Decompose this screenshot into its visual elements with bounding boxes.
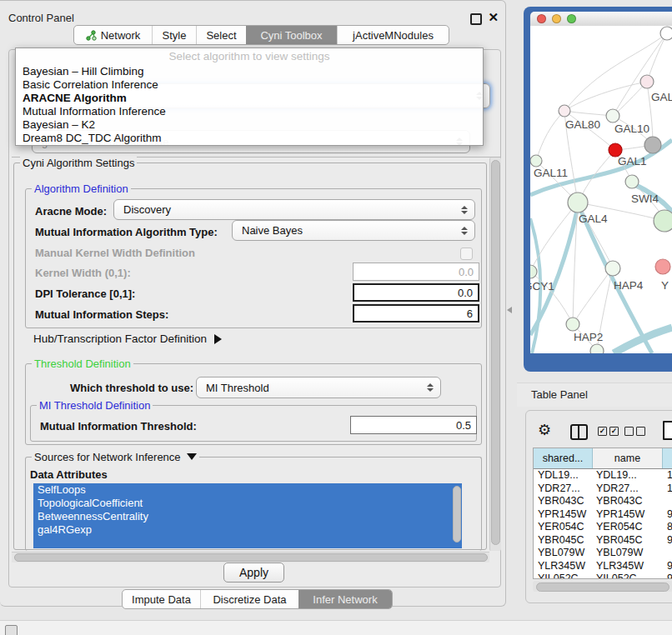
algorithm-menu-item[interactable]: Basic Correlation Inference [16, 78, 483, 92]
network-edge[interactable] [536, 111, 564, 161]
columns-icon[interactable] [570, 424, 588, 440]
table-cell[interactable]: YDL19... [594, 469, 664, 482]
data-attribute-item[interactable]: TopologicalCoefficient [33, 497, 462, 510]
network-node[interactable] [654, 210, 672, 232]
tab-cyni-toolbox[interactable]: Cyni Toolbox [246, 26, 337, 44]
tab-network[interactable]: Network [74, 26, 152, 44]
table-cell[interactable]: 9. [664, 560, 672, 573]
data-attribute-item[interactable]: BetweennessCentrality [33, 510, 462, 523]
hub-definition-toggle[interactable]: Hub/Transcription Factor Definition [33, 332, 222, 345]
table-cell[interactable]: 9. [664, 534, 672, 548]
table-row[interactable]: YPR145WYPR145W9. [534, 508, 672, 522]
dpi-tolerance-field[interactable]: 0.0 [353, 283, 479, 302]
close-traffic-light-icon[interactable] [537, 14, 546, 23]
minimized-panel-icon[interactable] [5, 625, 18, 635]
network-edge[interactable] [613, 82, 647, 116]
table-cell[interactable]: YDL19... [534, 469, 594, 482]
table-cell[interactable]: YER054C [594, 521, 664, 534]
deselect-all-checkboxes-icon[interactable] [624, 427, 645, 436]
tab-infer-network[interactable]: Infer Network [298, 590, 392, 608]
table-cell[interactable]: YER054C [534, 521, 594, 534]
algorithm-menu-item[interactable]: Mutual Information Inference [16, 105, 483, 118]
table-cell[interactable]: YBR043C [534, 495, 594, 508]
table-hscrollbar-thumb[interactable] [536, 582, 669, 592]
table-cell[interactable] [664, 547, 672, 560]
manual-kernel-checkbox[interactable] [460, 248, 473, 260]
table-cell[interactable]: YLR345W [534, 560, 594, 573]
table-row[interactable]: YDR27...YDR27...12 [534, 482, 672, 496]
data-attributes-list[interactable]: SelfLoopsTopologicalCoefficientBetweenne… [33, 483, 462, 548]
network-node[interactable] [625, 175, 639, 188]
network-node[interactable] [605, 261, 620, 276]
data-attribute-item[interactable]: gal4RGexp [33, 523, 462, 537]
aracne-mode-combo[interactable]: Discovery [113, 199, 475, 220]
network-canvas[interactable]: GALGAL80GAL10GAL1GAL11SWI4GAL4GCY1HAP4YH… [530, 26, 672, 353]
splitter-collapse-icon[interactable] [507, 307, 512, 313]
table-row[interactable]: YER054CYER054C8. [534, 521, 672, 534]
table-cell[interactable]: YPR145W [534, 508, 594, 522]
tab-jactivemnodules[interactable]: jActiveMNodules [337, 26, 449, 44]
table-cell[interactable]: YBR045C [594, 534, 664, 548]
tab-select[interactable]: Select [196, 26, 246, 44]
network-node[interactable] [566, 318, 579, 331]
table-row[interactable]: YBR043CYBR043C [534, 495, 672, 508]
float-window-icon[interactable] [470, 13, 482, 25]
algorithm-menu-item[interactable]: ARACNE Algorithm [16, 92, 483, 105]
column-header-name[interactable]: name [593, 448, 663, 468]
table-cell[interactable]: YDR27... [594, 482, 664, 496]
table-row[interactable]: YBL079WYBL079W [534, 547, 672, 560]
minimize-traffic-light-icon[interactable] [552, 14, 561, 23]
data-attribute-item[interactable]: SelfLoops [33, 483, 462, 497]
tab-style[interactable]: Style [152, 26, 196, 44]
table-cell[interactable]: 8. [664, 521, 672, 534]
network-node[interactable] [660, 27, 672, 40]
mi-threshold-field[interactable]: 0.5 [350, 416, 477, 434]
network-edge[interactable] [614, 328, 672, 353]
sources-group-title[interactable]: Sources for Network Inference [32, 451, 199, 463]
mi-type-combo[interactable]: Naive Bayes [232, 220, 475, 241]
settings-hscrollbar-thumb[interactable] [14, 553, 488, 562]
table-cell[interactable]: YDR27... [534, 482, 594, 496]
network-node[interactable] [640, 75, 654, 88]
table-cell[interactable]: 12 [664, 482, 672, 496]
column-header-partial[interactable] [663, 448, 672, 468]
algorithm-menu-item[interactable]: Dream8 DC_TDC Algorithm [16, 132, 483, 145]
table-cell[interactable]: 13 [664, 469, 672, 482]
network-edge[interactable] [613, 33, 667, 116]
network-edge[interactable] [564, 111, 613, 116]
settings-vscrollbar-thumb[interactable] [491, 160, 500, 545]
which-threshold-combo[interactable]: MI Threshold [196, 377, 441, 398]
table-cell[interactable]: YIL052C [534, 572, 594, 579]
gear-icon[interactable]: ⚙ [538, 422, 551, 438]
attributes-list-scrollbar[interactable] [453, 486, 461, 542]
table-cell[interactable]: YBL079W [534, 547, 594, 560]
table-cell[interactable]: YPR145W [594, 508, 664, 522]
tab-impute-data[interactable]: Impute Data [123, 590, 200, 608]
network-node[interactable] [559, 105, 570, 117]
network-node[interactable] [606, 109, 619, 122]
zoom-traffic-light-icon[interactable] [567, 14, 576, 23]
table-cell[interactable]: YBR043C [594, 495, 664, 508]
select-all-checkboxes-icon[interactable]: ✓✓ [598, 427, 619, 436]
table-row[interactable]: YBR045CYBR045C9. [534, 534, 672, 548]
table-row[interactable]: YLR345WYLR345W9. [534, 560, 672, 573]
close-icon[interactable]: ✕ [488, 10, 499, 25]
algorithm-menu-item[interactable]: Bayesian – Hill Climbing [16, 65, 483, 78]
network-node[interactable] [568, 192, 588, 212]
document-icon[interactable] [663, 421, 672, 440]
table-row[interactable]: YDL19...YDL19...13 [534, 469, 672, 482]
apply-button[interactable]: Apply [223, 562, 284, 582]
network-window-titlebar[interactable] [530, 12, 672, 26]
table-cell[interactable]: YBL079W [594, 547, 664, 560]
network-node[interactable] [655, 259, 670, 274]
mi-steps-field[interactable]: 6 [353, 304, 479, 322]
kernel-width-field[interactable]: 0.0 [353, 262, 479, 281]
table-cell[interactable]: 9 [664, 572, 672, 579]
algorithm-menu-item[interactable]: Bayesian – K2 [16, 118, 483, 132]
network-node[interactable] [530, 155, 542, 167]
table-cell[interactable] [664, 495, 672, 508]
table-cell[interactable]: 9. [664, 508, 672, 522]
table-cell[interactable]: YBR045C [534, 534, 594, 548]
list-item-partial[interactable] [33, 537, 462, 548]
network-node[interactable] [644, 137, 661, 153]
